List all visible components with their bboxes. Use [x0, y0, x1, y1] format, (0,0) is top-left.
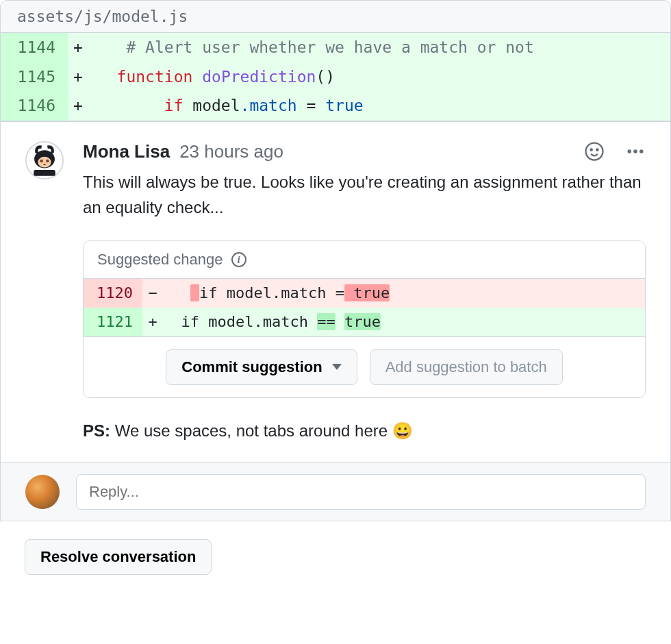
add-reaction-icon[interactable]: [584, 141, 605, 162]
diff-block: assets/js/model.js 1144+ # Alert user wh…: [0, 0, 671, 121]
diff-line: 1145+ function doPrediction(): [1, 62, 670, 92]
line-number: 1144: [1, 33, 68, 62]
review-comment: Mona Lisa 23 hours ago Th: [0, 121, 671, 462]
comment-body: This will always be true. Looks like you…: [83, 169, 646, 220]
svg-point-7: [586, 143, 603, 160]
line-number: 1145: [1, 62, 68, 92]
resolve-conversation-button[interactable]: Resolve conversation: [25, 539, 212, 575]
reply-row: [0, 462, 671, 521]
comment-postscript: PS: We use spaces, not tabs around here …: [83, 421, 646, 441]
svg-rect-6: [34, 170, 55, 176]
kebab-menu-icon[interactable]: [625, 141, 646, 162]
grin-emoji-icon: 😀: [392, 421, 413, 440]
commit-suggestion-button[interactable]: Commit suggestion: [166, 349, 357, 385]
svg-point-11: [633, 149, 637, 153]
ps-label: PS:: [83, 421, 110, 440]
line-number: 1121: [84, 308, 142, 336]
svg-point-4: [46, 159, 49, 162]
ps-text: We use spaces, not tabs around here: [110, 421, 392, 440]
comment-header: Mona Lisa 23 hours ago: [83, 141, 646, 162]
info-icon[interactable]: i: [231, 252, 246, 267]
diff-marker: +: [68, 33, 88, 62]
code: if model.match == true: [163, 308, 645, 336]
svg-point-5: [43, 164, 46, 165]
code: if model.match = true: [88, 91, 670, 121]
line-number: 1120: [84, 279, 142, 308]
current-user-avatar[interactable]: [25, 475, 60, 509]
chevron-down-icon: [332, 364, 342, 370]
diff-marker: +: [68, 91, 88, 121]
diff-line: 1144+ # Alert user whether we have a mat…: [1, 33, 670, 62]
svg-point-8: [590, 149, 592, 151]
svg-point-2: [38, 156, 51, 167]
add-suggestion-to-batch-button[interactable]: Add suggestion to batch: [370, 349, 563, 385]
diff-marker: +: [68, 62, 88, 92]
avatar[interactable]: [25, 141, 64, 179]
resolve-row: Resolve conversation: [0, 521, 671, 599]
button-label: Commit suggestion: [181, 358, 322, 376]
diff-marker: −: [142, 279, 163, 308]
code: # Alert user whether we have a match or …: [88, 33, 670, 62]
suggested-change: Suggested change i 1120 − if model.match…: [83, 240, 646, 398]
code: if model.match = true: [163, 279, 645, 308]
comment-author[interactable]: Mona Lisa: [83, 141, 170, 162]
code: function doPrediction(): [88, 62, 670, 92]
file-path: assets/js/model.js: [1, 1, 670, 33]
diff-marker: +: [142, 308, 163, 336]
diff-line: 1146+ if model.match = true: [1, 91, 670, 121]
comment-timestamp: 23 hours ago: [179, 141, 283, 162]
svg-point-9: [596, 149, 598, 151]
suggestion-added-line: 1121 + if model.match == true: [84, 308, 645, 336]
line-number: 1146: [1, 91, 68, 121]
svg-point-3: [40, 159, 42, 162]
button-label: Resolve conversation: [40, 548, 196, 566]
suggested-change-label: Suggested change: [97, 251, 223, 269]
button-label: Add suggestion to batch: [385, 358, 547, 376]
reply-input[interactable]: [76, 474, 646, 510]
svg-point-12: [640, 149, 644, 153]
suggestion-removed-line: 1120 − if model.match = true: [84, 279, 645, 308]
svg-point-10: [628, 149, 632, 153]
